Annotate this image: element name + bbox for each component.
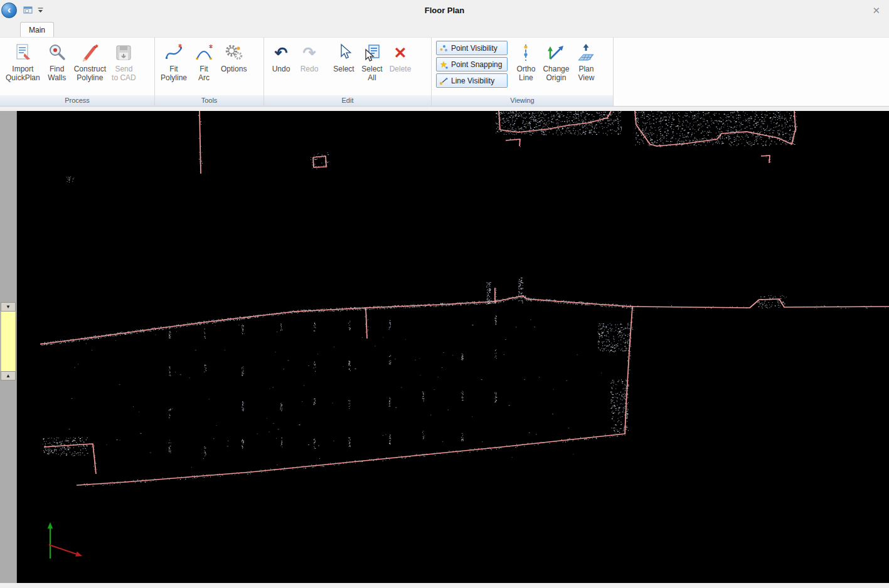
left-scroll-strip: ▼ ▲	[0, 111, 17, 583]
ribbon-filler	[614, 38, 889, 106]
button-label: Origin	[546, 73, 566, 82]
select-button[interactable]: Select	[330, 39, 358, 73]
import-quickplan-icon	[13, 42, 33, 63]
undo-button[interactable]: ↶ Undo	[267, 39, 295, 73]
options-icon	[224, 42, 244, 63]
ortho-line-button[interactable]: Ortho Line	[512, 39, 540, 82]
delete-icon: ✕	[394, 42, 407, 63]
fit-arc-button[interactable]: Fit Arc	[190, 39, 218, 82]
button-label: Delete	[390, 65, 412, 73]
ribbon-group-viewing: Point Visibility Point Snapping	[432, 38, 614, 106]
send-to-cad-button[interactable]: Send to CAD	[109, 39, 139, 82]
button-label: to CAD	[112, 73, 136, 82]
select-all-button[interactable]: Select All	[358, 39, 386, 82]
button-label: QuickPlan	[6, 73, 40, 82]
button-label: Walls	[48, 73, 66, 82]
fit-polyline-button[interactable]: Fit Polyline	[158, 39, 189, 82]
redo-icon: ↷	[303, 42, 316, 63]
line-visibility-icon	[439, 76, 448, 85]
options-button[interactable]: Options	[218, 39, 249, 73]
tab-main[interactable]: Main	[20, 22, 54, 37]
select-icon	[334, 42, 354, 63]
ribbon-tab-strip: Main	[0, 21, 889, 38]
viewing-toggle-stack: Point Visibility Point Snapping	[435, 39, 511, 88]
toggle-label: Line Visibility	[451, 76, 494, 85]
line-visibility-toggle[interactable]: Line Visibility	[436, 73, 508, 88]
scroll-up-button[interactable]: ▲	[1, 371, 16, 381]
find-walls-icon	[47, 42, 67, 63]
back-icon: ‹	[8, 4, 11, 15]
group-label-viewing: Viewing	[432, 95, 613, 106]
ribbon-group-edit: ↶ Undo ↷ Redo Select	[264, 38, 432, 106]
button-label: Redo	[301, 65, 319, 73]
import-quickplan-button[interactable]: Import QuickPlan	[3, 39, 43, 82]
button-label: Import	[12, 65, 33, 73]
group-label-process: Process	[0, 95, 154, 106]
button-label: Fit	[169, 65, 178, 73]
construct-polyline-button[interactable]: Construct Polyline	[72, 39, 109, 82]
select-all-icon	[362, 42, 382, 63]
change-origin-icon	[546, 42, 566, 63]
button-label: View	[578, 73, 595, 82]
group-label-edit: Edit	[264, 95, 431, 106]
button-label: Options	[221, 65, 247, 73]
point-visibility-icon	[439, 44, 448, 53]
back-button[interactable]: ‹	[1, 3, 17, 18]
slider-region[interactable]	[1, 312, 16, 371]
button-label: Arc	[198, 73, 210, 82]
change-origin-button[interactable]: Change Origin	[540, 39, 572, 82]
send-to-cad-icon	[114, 42, 134, 63]
ortho-line-icon	[516, 42, 536, 63]
button-label: Change	[543, 65, 569, 73]
quick-access-window-icon[interactable]	[23, 6, 33, 14]
button-label: Find	[50, 65, 64, 73]
close-button[interactable]: ✕	[872, 5, 880, 16]
button-label: Ortho	[516, 65, 535, 73]
button-label: Fit	[200, 65, 208, 73]
button-label: Construct	[74, 65, 106, 73]
quick-access-customize-button[interactable]	[38, 8, 43, 14]
delete-button[interactable]: ✕ Delete	[386, 39, 414, 73]
toggle-label: Point Visibility	[451, 44, 498, 53]
group-label-tools: Tools	[155, 95, 264, 106]
fit-polyline-icon	[164, 42, 184, 63]
scroll-down-button[interactable]: ▼	[1, 302, 16, 312]
strip-filler-bottom	[0, 381, 16, 583]
redo-button[interactable]: ↷ Redo	[295, 39, 323, 73]
button-label: Send	[115, 65, 132, 73]
button-label: Select	[333, 65, 354, 73]
strip-filler-top	[0, 111, 16, 302]
window-title: Floor Plan	[0, 6, 889, 15]
button-label: All	[368, 73, 376, 82]
button-label: Polyline	[77, 73, 103, 82]
construct-polyline-icon	[80, 42, 100, 63]
workspace: ▼ ▲	[0, 111, 889, 583]
find-walls-button[interactable]: Find Walls	[43, 39, 71, 82]
title-bar: ‹ Floor Plan ✕	[0, 0, 889, 21]
ribbon: Import QuickPlan Find Walls	[0, 38, 889, 107]
button-label: Line	[519, 73, 533, 82]
ribbon-group-tools: Fit Polyline Fit Arc	[155, 38, 264, 106]
button-label: Select	[361, 65, 382, 73]
customize-dropdown-icon	[38, 8, 43, 14]
button-label: Plan	[578, 65, 594, 73]
scroll-up-icon: ▲	[6, 374, 11, 379]
fit-arc-icon	[194, 42, 214, 63]
button-label: Polyline	[161, 73, 187, 82]
plan-view-icon	[576, 42, 596, 63]
point-visibility-toggle[interactable]: Point Visibility	[436, 41, 508, 55]
undo-icon: ↶	[275, 42, 288, 63]
button-label: Undo	[272, 65, 290, 73]
floorplan-canvas[interactable]	[17, 111, 889, 583]
toggle-label: Point Snapping	[451, 60, 502, 69]
ribbon-group-process: Import QuickPlan Find Walls	[0, 38, 155, 106]
scroll-down-icon: ▼	[6, 305, 11, 310]
point-snapping-toggle[interactable]: Point Snapping	[436, 57, 508, 71]
point-snapping-icon	[439, 60, 448, 69]
plan-view-button[interactable]: Plan View	[572, 39, 600, 82]
